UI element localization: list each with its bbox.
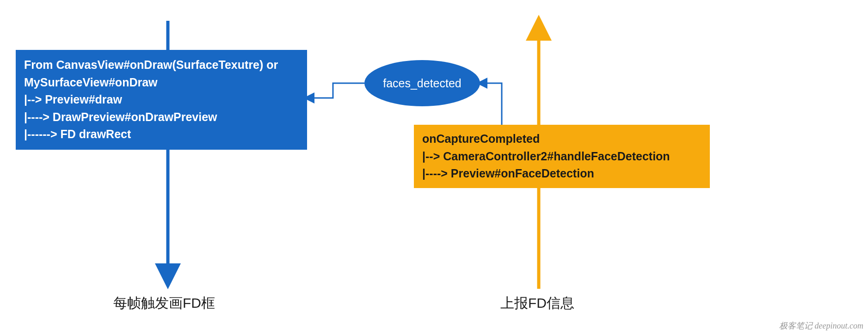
caption-right: 上报FD信息 [500, 294, 574, 313]
blue-box-line: |------> FD drawRect [24, 126, 299, 143]
blue-box-line: |----> DrawPreview#onDrawPreview [24, 109, 299, 126]
caption-left: 每帧触发画FD框 [113, 294, 215, 313]
ellipse-label: faces_detected [383, 77, 462, 90]
connector-ellipse-to-bluebox [309, 83, 364, 98]
blue-box-line: |--> Preview#draw [24, 91, 299, 109]
blue-box-line: From CanvasView#onDraw(SurfaceTexutre) o… [24, 56, 299, 74]
yellow-process-box: onCaptureCompleted |--> CameraController… [414, 125, 710, 188]
yellow-box-line: onCaptureCompleted [422, 130, 702, 148]
faces-detected-ellipse: faces_detected [364, 60, 480, 106]
connector-yellow-to-ellipse [482, 83, 502, 125]
yellow-box-line: |--> CameraController2#handleFaceDetecti… [422, 148, 702, 165]
watermark: 极客笔记 deepinout.com [779, 320, 863, 331]
yellow-box-line: |----> Preview#onFaceDetection [422, 165, 702, 183]
blue-box-line: MySurfaceView#onDraw [24, 74, 299, 91]
blue-process-box: From CanvasView#onDraw(SurfaceTexutre) o… [16, 50, 307, 150]
